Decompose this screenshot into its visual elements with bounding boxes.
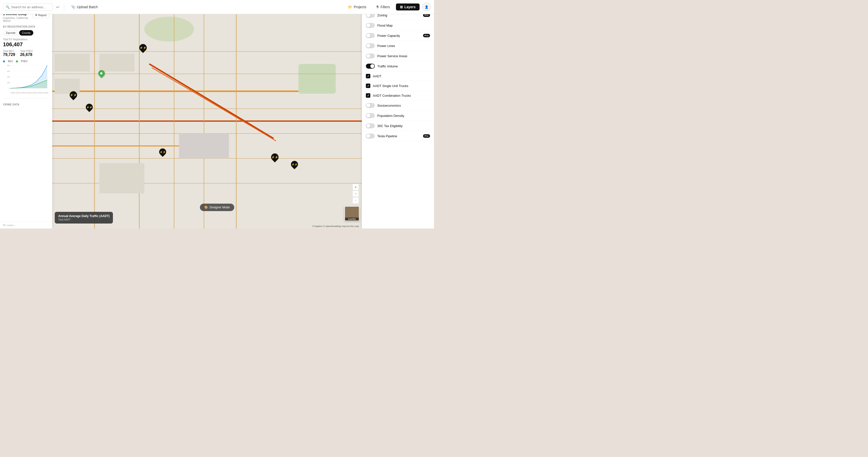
toggle-traffic-volume[interactable] [366,64,375,69]
pro-badge-tesla-pipeline: Pro [423,134,430,138]
chart-legend: BEV PHEV [3,60,49,63]
folder-icon: 📁 [348,5,352,9]
layers-list: ParcelsZoningProFlood MapPower CapacityP… [362,0,434,141]
ev-section-label: EV REGISTRATION DATA [3,25,49,28]
projects-label: Projects [354,5,366,9]
panel-content: 1 Infinite Loop Cupertino, California 95… [0,9,52,222]
chart-x-labels: 2010 2012 2014 2016 2018 2020 2022 [3,92,49,94]
crime-section: CRIME DATA [3,98,49,106]
layer-item-traffic-volume: Traffic Volume [362,61,434,71]
toggle-power-service-areas[interactable] [366,54,375,59]
toggle-tesla-pipeline[interactable] [366,133,375,138]
bev-legend-label: BEV [8,60,13,63]
toggle-flood-map[interactable] [366,23,375,28]
ev-toggle-zipcode[interactable]: Zipcode [3,30,18,36]
ev-toggle-group: Zipcode County [3,30,49,36]
map-satellite-thumbnail[interactable]: Satellite [344,206,360,221]
aadt-sub: Total AADT [58,218,110,221]
toggle-power-capacity[interactable] [366,33,375,38]
user-avatar-button[interactable]: 👤 [422,2,431,11]
checkbox-aadt[interactable] [366,74,370,78]
mapbox-label: mapbox [6,224,14,227]
filters-label: Filters [380,5,390,9]
layer-label-power-lines: Power Lines [377,44,430,48]
layer-item-aadt: AADT [362,71,434,81]
search-input[interactable] [11,5,46,9]
search-box[interactable]: 🔍 [3,3,53,11]
total-bev-value: 79,729 [3,53,15,57]
layers-button[interactable]: ⊞ Layers [396,3,420,10]
upload-batch-label: Upload Batch [77,5,98,9]
stat-row: Total BEV 79,729 Total PHEV 26,678 [3,50,49,57]
ev-chart-svg: 80k 60k 40k 20k 0 [3,64,49,92]
zoom-out-button[interactable]: − [352,191,359,197]
zoom-controls: + − ↑ [352,184,359,204]
map-attribution: © Mapbox © OpenStreetMap Improve this ma… [312,225,359,228]
toggle-population-density[interactable] [366,113,375,118]
total-phev: Total PHEV 26,678 [20,50,33,57]
layer-label-aadt-single-trucks: AADT Single Unit Trucks [373,84,430,88]
zoom-in-button[interactable]: + [352,184,359,190]
projects-button[interactable]: 📁 Projects [344,3,370,10]
designer-mode-button[interactable]: 🎨 Designer Mode [200,204,234,211]
compass-button[interactable]: ↑ [352,197,359,204]
x-label-2022: 2022 [43,92,48,94]
layer-item-power-lines: Power Lines [362,41,434,51]
svg-rect-2 [299,64,336,94]
svg-rect-21 [179,133,229,158]
total-phev-label: Total PHEV [20,50,33,53]
ev-chart: 80k 60k 40k 20k 0 2010 2012 2014 2016 20… [3,64,49,96]
mapbox-attribution: 🗺 mapbox [0,222,52,228]
left-panel: ℹ Info 📊 Stats $ Rebates 📶 Usage 1 Infin… [0,0,52,228]
layer-label-traffic-volume: Traffic Volume [377,64,430,68]
upload-batch-button[interactable]: 📎 Upload Batch [68,3,101,10]
mapbox-logo: 🗺 [3,224,5,227]
svg-rect-22 [99,163,144,193]
address-line2: Cupertino, California 95014 [3,17,32,22]
layers-icon: ⊞ [400,5,403,9]
total-bev-label: Total BEV [3,50,15,53]
svg-rect-18 [55,54,90,71]
layer-label-aadt: AADT [373,74,430,78]
svg-text:40k: 40k [7,76,10,78]
layer-item-power-service-areas: Power Service Areas [362,51,434,61]
filter-icon: ⚗ [376,5,379,9]
x-label-2014: 2014 [21,92,26,94]
svg-text:0: 0 [9,88,10,89]
history-button[interactable]: ↩ [55,4,60,10]
phev-legend-label: PHEV [21,60,28,63]
phev-legend-dot [16,60,18,62]
x-label-2012: 2012 [16,92,21,94]
layer-label-population-density: Population Density [377,114,430,118]
x-label-2016: 2016 [27,92,32,94]
total-bev: Total BEV 79,729 [3,50,15,57]
layer-item-power-capacity: Power CapacityPro [362,31,434,41]
designer-mode-label: Designer Mode [209,206,229,209]
svg-text:60k: 60k [7,70,10,72]
designer-mode-icon: 🎨 [204,206,208,209]
layer-label-aadt-combo-trucks: AADT Combination Trucks [373,94,430,97]
svg-rect-20 [55,79,80,94]
svg-rect-19 [99,54,134,71]
filters-button[interactable]: ⚗ Filters [372,3,394,10]
svg-text:20k: 20k [7,82,10,84]
crime-label: CRIME DATA [3,103,49,106]
layer-item-population-density: Population Density [362,111,434,121]
x-label-2020: 2020 [38,92,43,94]
checkbox-aadt-combo-trucks[interactable] [366,93,370,98]
toggle-socioeconomics[interactable] [366,103,375,108]
ev-toggle-county[interactable]: County [19,30,33,36]
aadt-title: Annual Average Daily Traffic (AADT) [58,214,110,218]
toggle-power-lines[interactable] [366,43,375,48]
layer-label-power-capacity: Power Capacity [377,34,421,37]
toggle-tax-eligibility[interactable] [366,123,375,128]
x-label-2010: 2010 [10,92,16,94]
user-icon: 👤 [425,5,429,9]
layer-label-tax-eligibility: 30C Tax Eligibility [377,124,430,128]
layer-item-flood-map: Flood Map [362,21,434,31]
aadt-info-panel: Annual Average Daily Traffic (AADT) Tota… [55,212,113,224]
layer-label-power-service-areas: Power Service Areas [377,54,430,58]
layers-panel: ParcelsZoningProFlood MapPower CapacityP… [362,0,434,228]
checkbox-aadt-single-trucks[interactable] [366,84,370,88]
upload-icon: 📎 [71,5,75,9]
